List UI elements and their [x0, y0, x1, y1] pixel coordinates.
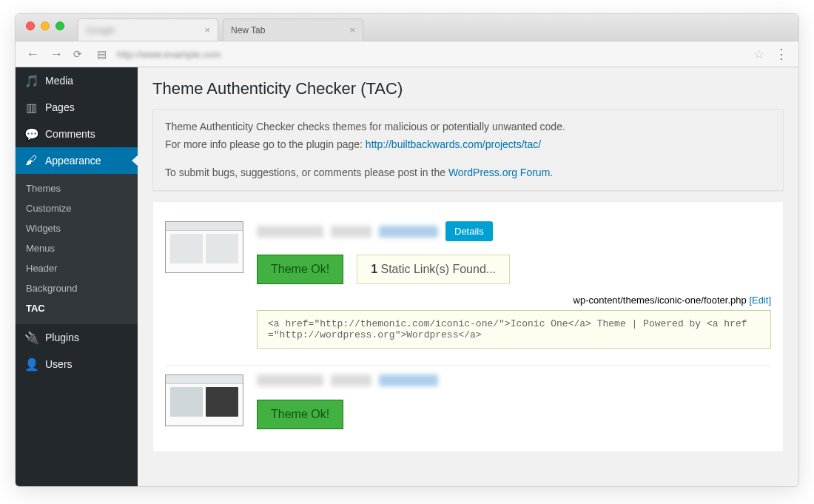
sidebar-label: Users	[45, 358, 73, 370]
submenu-customize[interactable]: Customize	[16, 198, 138, 218]
status-ok-badge: Theme Ok!	[257, 400, 343, 429]
sidebar-item-users[interactable]: 👤 Users	[16, 351, 138, 377]
plugin-icon: 🔌	[24, 331, 38, 345]
bookmark-star-icon[interactable]: ☆	[753, 47, 764, 62]
sidebar-item-pages[interactable]: ▥ Pages	[16, 94, 138, 121]
file-link-row: wp-content/themes/iconic-one/footer.php …	[257, 295, 771, 306]
page-title: Theme Authenticity Checker (TAC)	[152, 79, 784, 98]
browser-menu-icon[interactable]: ⋮	[775, 46, 788, 62]
forum-link[interactable]: WordPress.org Forum	[448, 167, 550, 178]
theme-row: Details Theme Ok! 1 Static Link(s) Found…	[165, 212, 771, 366]
theme-author-blurred	[379, 374, 438, 386]
theme-thumbnail	[165, 374, 243, 426]
tac-notice-box: Theme Authenticity Checker checks themes…	[152, 109, 784, 191]
brush-icon: 🖌	[24, 154, 38, 167]
sidebar-item-appearance[interactable]: 🖌 Appearance	[16, 147, 138, 174]
page-icon: ▥	[24, 101, 38, 115]
edit-file-link[interactable]: [Edit]	[749, 295, 771, 306]
code-snippet-box: <a href="http://themonic.com/iconic-one/…	[257, 310, 771, 349]
sidebar-label: Pages	[45, 101, 75, 113]
theme-author-blurred	[379, 226, 438, 238]
page-icon: ▤	[97, 49, 107, 59]
reload-icon[interactable]: ⟳	[73, 49, 82, 59]
theme-version-blurred	[331, 226, 371, 238]
browser-tab-active[interactable]: Google ×	[78, 19, 218, 41]
theme-details: Theme Ok!	[257, 374, 771, 429]
window-controls	[16, 14, 73, 30]
forward-icon[interactable]: →	[50, 47, 63, 61]
browser-window: Google × New Tab × ← → ⟳ ▤ http://www.ex…	[15, 13, 799, 487]
media-icon: 🎵	[24, 74, 38, 88]
submenu-themes[interactable]: Themes	[16, 178, 138, 198]
back-icon[interactable]: ←	[26, 47, 39, 61]
tab-title: Google	[86, 25, 204, 36]
theme-meta: Details	[257, 221, 771, 241]
static-links-warning: 1 Static Link(s) Found...	[357, 255, 510, 284]
status-row: Theme Ok! 1 Static Link(s) Found...	[257, 255, 771, 284]
close-window-icon[interactable]	[26, 21, 35, 30]
admin-sidebar: 🎵 Media ▥ Pages 💬 Comments 🖌 Appearance …	[16, 67, 138, 486]
theme-version-blurred	[331, 374, 371, 386]
status-row: Theme Ok!	[257, 400, 771, 429]
theme-thumbnail	[165, 221, 243, 273]
sidebar-label: Comments	[45, 128, 95, 140]
status-ok-badge: Theme Ok!	[257, 255, 343, 284]
tab-title: New Tab	[231, 25, 349, 36]
details-button[interactable]: Details	[445, 221, 493, 241]
theme-name-blurred	[257, 226, 323, 238]
submenu-header[interactable]: Header	[16, 258, 138, 278]
wordpress-admin: 🎵 Media ▥ Pages 💬 Comments 🖌 Appearance …	[16, 67, 798, 486]
submenu-menus[interactable]: Menus	[16, 238, 138, 258]
submenu-tac[interactable]: TAC	[16, 298, 138, 318]
sidebar-label: Appearance	[45, 155, 101, 167]
notice-line-2: For more info please go to the plugin pa…	[165, 136, 771, 154]
browser-tab-new[interactable]: New Tab ×	[223, 19, 363, 41]
address-bar[interactable]: http://www.example.com	[117, 49, 743, 59]
theme-row: Theme Ok!	[165, 366, 771, 429]
admin-content: Theme Authenticity Checker (TAC) Theme A…	[138, 67, 798, 486]
theme-meta	[257, 374, 771, 386]
themes-panel: Details Theme Ok! 1 Static Link(s) Found…	[152, 201, 784, 452]
browser-tabbar: Google × New Tab ×	[16, 14, 798, 41]
sidebar-label: Plugins	[45, 332, 79, 343]
sidebar-item-media[interactable]: 🎵 Media	[16, 67, 138, 94]
user-icon: 👤	[24, 357, 38, 372]
close-tab-icon[interactable]: ×	[204, 24, 210, 36]
minimize-window-icon[interactable]	[41, 21, 50, 30]
notice-line-1: Theme Authenticity Checker checks themes…	[165, 118, 771, 136]
submenu-widgets[interactable]: Widgets	[16, 218, 138, 238]
notice-line-3: To submit bugs, suggestions, or comments…	[165, 164, 771, 182]
theme-details: Details Theme Ok! 1 Static Link(s) Found…	[257, 221, 771, 349]
comment-icon: 💬	[24, 127, 38, 141]
plugin-page-link[interactable]: http://builtbackwards.com/projects/tac/	[366, 138, 541, 150]
sidebar-item-comments[interactable]: 💬 Comments	[16, 121, 138, 147]
maximize-window-icon[interactable]	[56, 21, 64, 30]
appearance-submenu: Themes Customize Widgets Menus Header Ba…	[16, 174, 138, 324]
theme-name-blurred	[257, 374, 323, 386]
sidebar-label: Media	[45, 75, 73, 87]
sidebar-item-plugins[interactable]: 🔌 Plugins	[16, 324, 138, 351]
browser-toolbar: ← → ⟳ ▤ http://www.example.com ☆ ⋮	[16, 41, 798, 67]
submenu-background[interactable]: Background	[16, 278, 138, 298]
close-tab-icon[interactable]: ×	[349, 24, 355, 36]
